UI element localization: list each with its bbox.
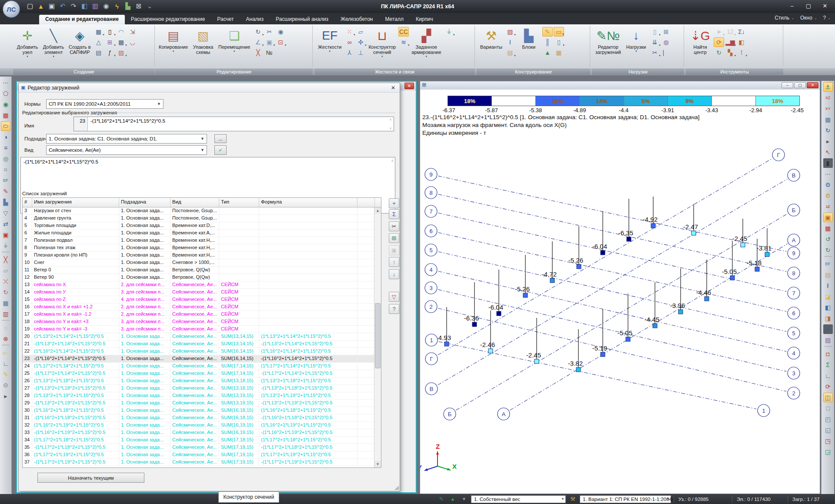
load-row-35[interactable]: 35-(1*L17^2+1*L18^2+1*L15^2)^0.51. Основ… xyxy=(23,444,381,451)
load-row-29[interactable]: 29-(1*L13^2+1*L19^2+1*L15^2)^0.51. Основ… xyxy=(23,400,381,407)
scroll-down-icon[interactable]: ▼ xyxy=(374,461,381,467)
load-row-37[interactable]: 37-(1*L17^2+1*L19^2+1*L15^2)^0.51. Основ… xyxy=(23,459,381,466)
pressure-load-icon[interactable]: ▯▾ xyxy=(650,27,660,37)
sum-results-icon[interactable]: Σ↓ xyxy=(736,27,747,37)
chart-3d-icon[interactable]: ▙ xyxy=(123,1,133,11)
load-row-27[interactable]: 27-(1*L13^2+1*L18^2+1*L15^2)^0.51. Основ… xyxy=(23,385,381,392)
blocks-3d-icon[interactable]: ▙ xyxy=(1,197,10,207)
dialog-close-button[interactable]: ✕ xyxy=(389,84,397,91)
gear-yellow-icon[interactable]: ⚙ xyxy=(823,191,833,200)
tab-создание-и-редактирование[interactable]: Создание и редактирование xyxy=(39,15,125,24)
rotate-icon[interactable]: ↻▾ xyxy=(253,27,263,37)
tab-расчет[interactable]: Расчет xyxy=(211,15,240,24)
load-row-8[interactable]: 8Полезная тех этаж1. Основная зада...Вре… xyxy=(23,244,381,252)
variants-button[interactable]: ⚒Варианты xyxy=(478,26,504,50)
brick-icon[interactable]: ▤▾ xyxy=(505,48,515,57)
mdi-restore-button[interactable]: ▢ xyxy=(794,82,806,88)
scrollbar-thumb[interactable] xyxy=(375,303,381,368)
add-node-button[interactable]: ✛Добавить узел▾ xyxy=(15,26,40,59)
load-row-9[interactable]: 9Плезная кровля (по НП)1. Основная зада.… xyxy=(23,252,381,259)
column-header-#[interactable]: # xyxy=(23,198,32,207)
undo-icon[interactable]: ↶ xyxy=(58,1,67,11)
cube-3d-icon[interactable]: ◫ xyxy=(823,393,833,402)
load-row-32[interactable]: 32(1*L16^2+1*L19^2+1*L15^2)^0.51. Основн… xyxy=(23,422,381,429)
filter-funnel-icon[interactable]: ▽ xyxy=(1,208,10,218)
dashed-grid-icon[interactable]: ▨▾ xyxy=(116,48,127,57)
result-view[interactable]: 18%36%14%5%9%18% -6.37-5.87-5.38-4.89-4.… xyxy=(420,90,820,494)
tab-металл[interactable]: Металл xyxy=(379,15,409,24)
net-numbers-icon[interactable]: ▦ xyxy=(823,224,833,233)
load-row-11[interactable]: 11Ветер 01. Основная зада...Ветровое, Q(… xyxy=(23,267,381,274)
load-editor-button[interactable]: ✎№Редактор загружений xyxy=(594,26,623,56)
gear-blue-icon[interactable]: ⚙ xyxy=(823,180,833,190)
variant-select[interactable]: 1. Вариант 1: СП РК EN 1992-1-1:2004/▼ xyxy=(580,495,671,503)
load-node[interactable] xyxy=(497,311,501,316)
load-row-26[interactable]: 26(1*L13^2+1*L18^2+1*L15^2)^0.51. Основн… xyxy=(23,377,381,385)
panel-2b-icon[interactable]: ▣ xyxy=(823,213,833,222)
load-row-30[interactable]: 30(1*L16^2+1*L18^2+1*L15^2)^0.51. Основн… xyxy=(23,407,381,414)
camera-icon[interactable]: ◉ xyxy=(101,1,111,11)
load-row-31[interactable]: 31-(1*L16^2+1*L18^2+1*L15^2)^0.51. Основ… xyxy=(23,414,381,422)
net-zoom-icon[interactable]: ◉ xyxy=(275,27,286,37)
scroll-up-icon[interactable]: ∧ xyxy=(391,159,394,163)
sum-loads-button[interactable]: Σ xyxy=(389,209,399,219)
book-icon[interactable]: ▥ xyxy=(90,1,100,11)
histogram-icon[interactable]: ▂▆▾ xyxy=(725,37,735,47)
ground-anchor-icon[interactable]: ⏚▾ xyxy=(444,27,454,37)
scissors-icon[interactable]: ✂ xyxy=(264,27,274,37)
renumber-x-icon[interactable]: 1̷2 xyxy=(823,202,833,211)
load-node[interactable] xyxy=(472,322,477,327)
hinge-icon[interactable]: ⅄ xyxy=(344,48,354,57)
load-node[interactable] xyxy=(741,243,745,247)
lines-plus-icon[interactable]: ║ xyxy=(542,37,553,47)
next-loadcase-icon[interactable]: ▼ xyxy=(460,497,468,501)
view-xy-icon[interactable]: XY xyxy=(823,104,833,113)
cube-front-icon[interactable]: □ xyxy=(823,404,833,413)
quarters-orange-icon[interactable]: ◘ xyxy=(823,349,833,359)
menu-Стиль[interactable]: Стиль⌄ xyxy=(775,15,794,21)
cube-back-icon[interactable]: ◰ xyxy=(823,414,833,424)
model-cube-icon[interactable]: ◧ xyxy=(80,1,89,11)
distributed-load-icon[interactable]: ⇊▾ xyxy=(650,37,660,47)
mirror-icon[interactable]: ∠▾ xyxy=(253,37,263,47)
mdi-close-button[interactable]: ✕ xyxy=(807,82,818,88)
minimize-button[interactable]: – xyxy=(784,0,800,11)
frame-red-icon[interactable]: ▥ xyxy=(1,309,10,319)
column-header-Формула[interactable]: Формула xyxy=(259,198,357,207)
zoom-cancel-icon[interactable]: ⊗ xyxy=(1,334,10,344)
joint-icon[interactable]: ✣▾ xyxy=(355,37,366,47)
find-center-button[interactable]: ⇣GНайти центр xyxy=(688,26,713,56)
brick-wall-icon[interactable]: ▦ xyxy=(554,48,564,57)
load-node[interactable] xyxy=(601,250,605,255)
load-node[interactable] xyxy=(488,349,493,353)
assign-current-button[interactable]: Назначить текущим xyxy=(37,473,144,483)
load-node[interactable] xyxy=(444,342,449,346)
insert-table-button[interactable]: ⊞ xyxy=(389,233,399,243)
frame-generator-icon[interactable]: ▦▾ xyxy=(94,27,104,37)
load-node[interactable] xyxy=(550,278,554,283)
column-header-empty[interactable] xyxy=(357,198,375,207)
copy-load-icon[interactable]: ⊞ xyxy=(661,27,671,37)
tab-расширенный-анализ[interactable]: Расширенный анализ xyxy=(270,15,334,24)
delete-red-icon[interactable]: ╳ xyxy=(253,48,263,57)
tab-расширенное-редактирование[interactable]: Расширенное редактирование xyxy=(125,15,211,24)
move-button[interactable]: ❏Перемещение▾ xyxy=(217,26,252,54)
create-sapfir-button[interactable]: ◈Создать в САПФИР xyxy=(67,26,93,56)
c-squares-icon[interactable]: ▚▾ xyxy=(725,48,735,57)
more-icon[interactable]: ⌄ xyxy=(145,1,154,11)
structural-grid-plot[interactable]: -4.93-6.36-2.46-6.04-2.45-5.26-3.82-4.72… xyxy=(420,90,820,494)
axes-x-icon[interactable]: ⤫ xyxy=(1,277,10,286)
load-row-13[interactable]: 13сейсмика по X2. для сейсмики п...Сейсм… xyxy=(23,281,381,289)
norms-select[interactable]: СП РК EN 1990:2002+A1:2005/2011▼ xyxy=(46,99,164,109)
load-node[interactable] xyxy=(523,293,528,297)
load-row-19[interactable]: 19сейсмика по Y и eak= -33. для сейсмики… xyxy=(23,326,381,333)
load-node[interactable] xyxy=(653,324,657,328)
dome-generator-icon[interactable]: ◠ xyxy=(116,27,127,37)
tab-железобетон[interactable]: Железобетон xyxy=(334,15,379,24)
select-ellipse-icon[interactable]: ⬭ xyxy=(1,121,10,131)
copy-fragment-icon[interactable]: ▣▾ xyxy=(264,37,274,47)
load-node[interactable] xyxy=(534,359,539,364)
load-row-4[interactable]: 4Давление грунта1. Основная зада...Посто… xyxy=(23,215,381,222)
open-file-icon[interactable]: ▲ xyxy=(36,1,46,11)
cube-dim-icon[interactable]: ▱ xyxy=(1,266,10,275)
